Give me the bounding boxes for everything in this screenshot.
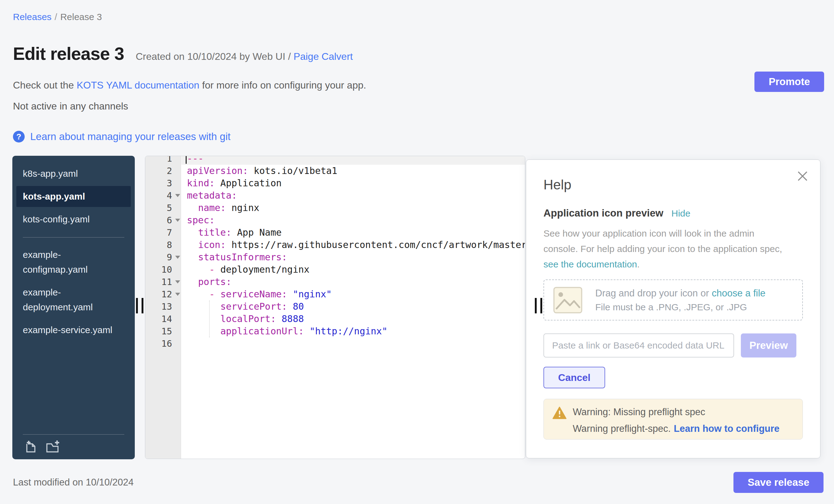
line-number-1: 1 [145, 156, 181, 165]
dropzone-filetypes: File must be a .PNG, .JPEG, or .JPG [595, 302, 766, 312]
gutter-lines: 12345678910111213141516 [145, 156, 181, 350]
fold-arrow-icon[interactable] [175, 280, 180, 283]
sidebar-editor-resize-handle[interactable] [136, 298, 144, 313]
author-link[interactable]: Paige Calvert [294, 51, 353, 62]
preview-button[interactable]: Preview [741, 333, 796, 357]
description-line: see the documentation. [544, 257, 803, 272]
git-help-row: ? Learn about managing your releases wit… [13, 131, 231, 143]
warning-title: Warning: Missing preflight spec [573, 407, 780, 418]
learn-configure-link[interactable]: Learn how to configure [674, 423, 780, 434]
release-editor-page: Releases/Release 3 Edit release 3 Create… [0, 0, 834, 504]
cancel-button[interactable]: Cancel [544, 367, 605, 388]
line-number-8: 8 [145, 239, 181, 251]
code-line-14[interactable]: localPort: 8888 [181, 313, 525, 325]
file-sidebar: k8s-app.yamlkots-app.yamlkots-config.yam… [12, 156, 135, 459]
channel-status: Not active in any channels [13, 101, 128, 112]
line-number-3: 3 [145, 177, 181, 190]
close-icon[interactable] [797, 170, 808, 182]
yaml-note-post: for more info on configuring your app. [202, 80, 366, 91]
see-documentation-link[interactable]: see the documentation [544, 259, 637, 269]
breadcrumb-current: Release 3 [60, 12, 102, 22]
save-release-button[interactable]: Save release [733, 472, 824, 493]
description-line: console. For help adding your icon to th… [544, 241, 803, 257]
preflight-warning: Warning: Missing preflight spec Warning … [544, 399, 803, 440]
yaml-editor[interactable]: 12345678910111213141516 ---apiVersion: k… [145, 156, 525, 459]
yaml-note-pre: Check out the [13, 80, 74, 91]
created-meta: Created on 10/10/2024 by Web UI /Paige C… [136, 51, 353, 62]
file-group-2: example-configmap.yamlexample-deployment… [12, 244, 135, 341]
fold-arrow-icon[interactable] [175, 194, 180, 197]
file-item-example-deployment.yaml[interactable]: example-deployment.yaml [16, 282, 131, 318]
code-lines[interactable]: ---apiVersion: kots.io/v1beta1kind: Appl… [181, 156, 525, 350]
created-text: Created on 10/10/2024 by Web UI / [136, 51, 291, 62]
code-line-11[interactable]: ports: [181, 276, 525, 288]
code-line-16[interactable] [181, 337, 525, 350]
file-item-k8s-app.yaml[interactable]: k8s-app.yaml [16, 163, 131, 184]
file-group-divider [23, 237, 124, 238]
dropzone-text: Drag and drop your icon or [595, 288, 709, 299]
promote-button[interactable]: Promote [754, 71, 824, 92]
file-item-kots-config.yaml[interactable]: kots-config.yaml [16, 209, 131, 230]
line-number-4: 4 [145, 190, 181, 202]
code-line-9[interactable]: statusInformers: [181, 251, 525, 263]
code-line-8[interactable]: icon: https://raw.githubusercontent.com/… [181, 239, 525, 251]
help-panel-title: Help [544, 177, 803, 193]
code-line-5[interactable]: name: nginx [181, 202, 525, 214]
icon-preview-description: See how your application icon will look … [544, 226, 803, 272]
add-folder-icon[interactable] [45, 440, 61, 454]
hide-link[interactable]: Hide [672, 208, 690, 219]
code-line-10[interactable]: - deployment/nginx [181, 263, 525, 276]
line-number-9: 9 [145, 251, 181, 263]
breadcrumb-releases-link[interactable]: Releases [13, 12, 51, 22]
line-number-12: 12 [145, 288, 181, 301]
title-row: Edit release 3 Created on 10/10/2024 by … [13, 43, 353, 64]
code-line-6[interactable]: spec: [181, 214, 525, 226]
add-file-icon[interactable] [23, 440, 37, 454]
file-item-example-service.yaml[interactable]: example-service.yaml [16, 320, 131, 341]
code-line-15[interactable]: applicationUrl: "http://nginx" [181, 325, 525, 337]
yaml-doc-note: Check out theKOTS YAML documentationfor … [13, 80, 366, 91]
line-number-7: 7 [145, 226, 181, 239]
line-number-16: 16 [145, 337, 181, 350]
fold-arrow-icon[interactable] [175, 256, 180, 259]
text-cursor [186, 156, 186, 164]
sidebar-footer-divider [23, 434, 124, 435]
page-title: Edit release 3 [13, 43, 124, 64]
code-line-1[interactable]: --- [181, 156, 525, 165]
code-line-3[interactable]: kind: Application [181, 177, 525, 190]
icon-dropzone[interactable]: Drag and drop your icon orchoose a file … [544, 280, 803, 321]
editor-gutter: 12345678910111213141516 [145, 156, 181, 459]
warning-icon [552, 407, 567, 419]
file-group-1: k8s-app.yamlkots-app.yamlkots-config.yam… [12, 163, 135, 230]
sidebar-footer [12, 434, 135, 459]
question-icon: ? [13, 131, 25, 143]
code-line-13[interactable]: servicePort: 80 [181, 301, 525, 313]
breadcrumb-separator: / [54, 12, 57, 22]
line-number-5: 5 [145, 202, 181, 214]
line-number-6: 6 [145, 214, 181, 226]
kots-yaml-doc-link[interactable]: KOTS YAML documentation [76, 80, 199, 91]
git-help-link[interactable]: Learn about managing your releases with … [30, 131, 231, 143]
line-number-13: 13 [145, 301, 181, 313]
description-line: See how your application icon will look … [544, 226, 803, 241]
line-number-14: 14 [145, 313, 181, 325]
file-item-kots-app.yaml[interactable]: kots-app.yaml [16, 186, 131, 207]
code-line-7[interactable]: title: App Name [181, 226, 525, 239]
code-line-12[interactable]: - serviceName: "nginx" [181, 288, 525, 301]
fold-arrow-icon[interactable] [175, 293, 180, 296]
icon-url-input[interactable] [544, 333, 734, 357]
image-placeholder-icon [553, 287, 582, 313]
fold-arrow-icon[interactable] [175, 219, 180, 222]
choose-file-link[interactable]: choose a file [712, 288, 766, 299]
editor-preview-resize-handle[interactable] [535, 298, 542, 313]
icon-preview-section-title: Application icon preview [544, 207, 663, 219]
breadcrumb: Releases/Release 3 [13, 12, 102, 22]
indent-guide [209, 301, 210, 337]
line-number-10: 10 [145, 263, 181, 276]
warning-body: Warning preflight-spec. [573, 423, 671, 434]
code-line-4[interactable]: metadata: [181, 190, 525, 202]
file-item-example-configmap.yaml[interactable]: example-configmap.yaml [16, 244, 131, 280]
line-number-2: 2 [145, 165, 181, 177]
code-line-2[interactable]: apiVersion: kots.io/v1beta1 [181, 165, 525, 177]
line-number-11: 11 [145, 276, 181, 288]
